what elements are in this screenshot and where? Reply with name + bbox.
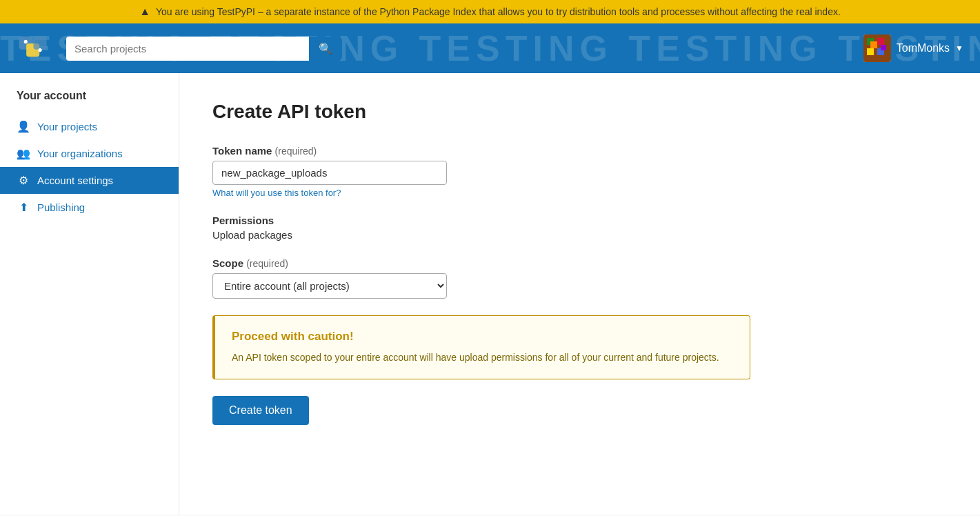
main-content: Create API token Token name (required) W… — [179, 73, 980, 515]
scope-label: Scope (required) — [212, 257, 947, 269]
create-token-button[interactable]: Create token — [212, 396, 309, 425]
sidebar-item-label: Your projects — [37, 121, 97, 132]
search-icon: 🔍 — [319, 43, 332, 54]
publishing-icon: ⬆ — [17, 201, 30, 214]
sidebar-heading: Your account — [0, 90, 179, 113]
sidebar: Your account 👤 Your projects 👥 Your orga… — [0, 73, 179, 515]
caution-body: An API token scoped to your entire accou… — [232, 350, 733, 365]
search-box[interactable]: 🔍 — [66, 37, 342, 61]
username-label: TomMonks — [897, 42, 950, 54]
svg-rect-2 — [34, 37, 47, 50]
caution-title: Proceed with caution! — [232, 330, 733, 344]
token-name-label: Token name (required) — [212, 145, 947, 157]
site-header: TESTING TESTING TESTING TESTING TESTING … — [0, 23, 980, 73]
svg-point-4 — [38, 48, 41, 52]
search-button[interactable]: 🔍 — [309, 37, 342, 61]
permissions-group: Permissions Upload packages — [212, 215, 947, 241]
sidebar-item-publishing[interactable]: ⬆ Publishing — [0, 194, 179, 221]
scope-select[interactable]: Entire account (all projects) — [212, 273, 447, 299]
projects-icon: 👤 — [17, 120, 30, 133]
token-name-input[interactable] — [212, 161, 447, 185]
caution-box: Proceed with caution! An API token scope… — [212, 315, 750, 379]
user-menu[interactable]: TomMonks ▼ — [863, 34, 963, 62]
permissions-value: Upload packages — [212, 229, 947, 241]
svg-point-3 — [24, 40, 28, 43]
svg-rect-8 — [867, 48, 874, 55]
sidebar-item-account-settings[interactable]: ⚙ Account settings — [0, 167, 179, 194]
sidebar-item-your-organizations[interactable]: 👥 Your organizations — [0, 140, 179, 167]
sidebar-item-label: Your organizations — [37, 148, 123, 159]
token-name-group: Token name (required) What will you use … — [212, 145, 947, 198]
token-name-hint: What will you use this token for? — [212, 188, 947, 198]
avatar — [863, 34, 891, 62]
sidebar-item-your-projects[interactable]: 👤 Your projects — [0, 113, 179, 140]
search-input[interactable] — [66, 37, 309, 60]
sidebar-item-label: Publishing — [37, 201, 85, 213]
svg-rect-11 — [881, 45, 886, 50]
organizations-icon: 👥 — [17, 147, 30, 160]
settings-icon: ⚙ — [17, 174, 30, 187]
permissions-label: Permissions — [212, 215, 947, 226]
sidebar-item-label: Account settings — [37, 175, 113, 186]
svg-rect-7 — [877, 38, 884, 45]
dropdown-arrow-icon: ▼ — [955, 43, 963, 53]
site-logo[interactable] — [17, 29, 55, 68]
page-title: Create API token — [212, 101, 947, 123]
scope-group: Scope (required) Entire account (all pro… — [212, 257, 947, 299]
warning-banner: ▲ You are using TestPyPI – a separate in… — [0, 0, 980, 23]
header-left: 🔍 — [17, 29, 342, 68]
banner-text: You are using TestPyPI – a separate inst… — [156, 6, 841, 17]
svg-rect-10 — [870, 41, 877, 48]
warning-icon: ▲ — [139, 6, 150, 18]
main-layout: Your account 👤 Your projects 👥 Your orga… — [0, 73, 980, 515]
